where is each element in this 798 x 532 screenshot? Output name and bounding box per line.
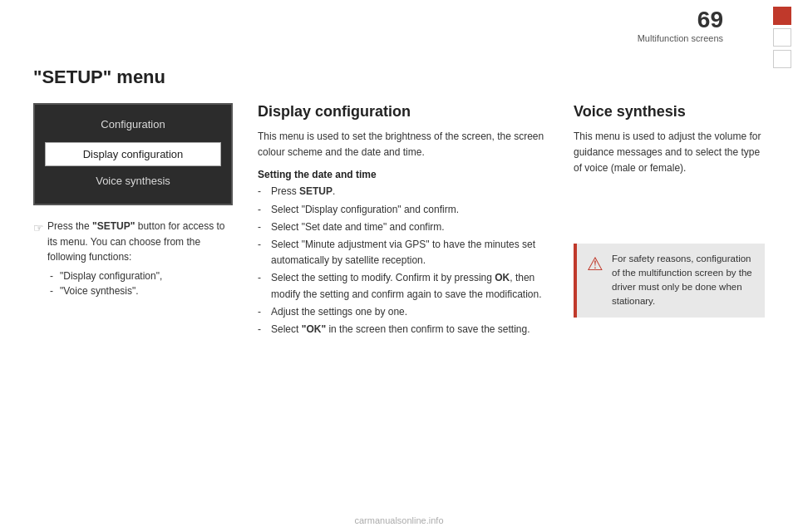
right-column: Voice synthesis This menu is used to adj… <box>574 103 765 318</box>
instruction-list: Press SETUP. Select "Display configurati… <box>258 184 549 337</box>
instruction-4: Select "Minute adjustment via GPS" to ha… <box>258 237 549 268</box>
display-config-title: Display configuration <box>258 103 549 121</box>
page-subtitle: Multifunction screens <box>638 33 723 43</box>
main-content: "SETUP" menu Configuration Display confi… <box>0 66 798 507</box>
header-bar: 69 Multifunction screens <box>638 0 798 68</box>
instruction-5: Select the setting to modify. Confirm it… <box>258 270 549 302</box>
instruction-3: Select "Set date and time" and confirm. <box>258 219 549 235</box>
bold-setup: "SETUP" <box>92 220 135 232</box>
page-number: 69 <box>638 8 723 32</box>
footer-watermark: carmanualsonline.info <box>354 515 443 525</box>
instruction-7: Select "OK" in the screen then confirm t… <box>258 322 549 337</box>
sub-bullet-2: "Voice synthesis". <box>50 283 233 299</box>
setting-date-time-title: Setting the date and time <box>258 169 549 180</box>
bullet-section: ☞ Press the "SETUP" button for access to… <box>33 219 233 299</box>
sub-bullet-1: "Display configuration", <box>50 268 233 284</box>
warning-box: ⚠ For safety reasons, configuration of t… <box>574 244 765 318</box>
instruction-2: Select "Display configuration" and confi… <box>258 202 549 218</box>
middle-column: Display configuration This menu is used … <box>258 103 549 339</box>
sub-bullets: "Display configuration", "Voice synthesi… <box>33 268 233 299</box>
page-title: "SETUP" menu <box>33 66 765 88</box>
corner-box-1 <box>773 7 791 25</box>
warning-text: For safety reasons, configuration of the… <box>612 252 755 309</box>
menu-mockup: Configuration Display configuration Voic… <box>33 103 233 205</box>
columns-layout: Configuration Display configuration Voic… <box>33 103 765 339</box>
menu-other-item: Voice synthesis <box>35 170 231 195</box>
corner-boxes <box>773 0 798 68</box>
menu-selected-item: Display configuration <box>45 142 221 166</box>
menu-mockup-title: Configuration <box>35 113 231 139</box>
bullet-text: Press the "SETUP" button for access to i… <box>47 219 233 265</box>
left-column: Configuration Display configuration Voic… <box>33 103 233 299</box>
bullet-line: ☞ Press the "SETUP" button for access to… <box>33 219 233 265</box>
bullet-icon: ☞ <box>33 219 44 237</box>
page-number-section: 69 Multifunction screens <box>638 0 773 43</box>
corner-box-3 <box>773 50 791 68</box>
voice-synthesis-title: Voice synthesis <box>574 103 765 121</box>
warning-icon: ⚠ <box>587 254 603 275</box>
voice-synthesis-body: This menu is used to adjust the volume f… <box>574 129 765 177</box>
instruction-6: Adjust the settings one by one. <box>258 304 549 320</box>
instruction-1: Press SETUP. <box>258 184 549 200</box>
display-config-body: This menu is used to set the brightness … <box>258 129 549 160</box>
corner-box-2 <box>773 28 791 47</box>
